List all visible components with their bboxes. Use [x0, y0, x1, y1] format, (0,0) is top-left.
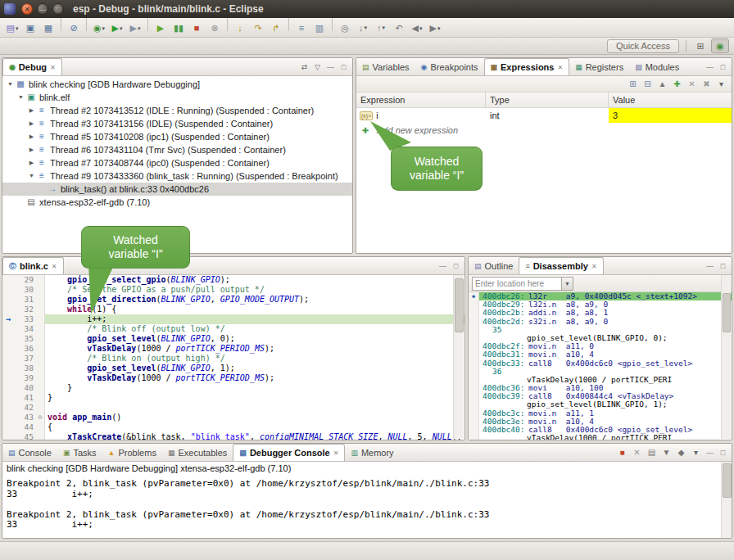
clear-console-icon[interactable]: ▤ — [645, 446, 659, 459]
tree-expander-icon[interactable]: ▶ — [27, 130, 36, 143]
code-line[interactable]: 45 xTaskCreate(&blink_task, "blink_task"… — [2, 432, 464, 440]
tree-expander-icon[interactable]: ▼ — [6, 78, 15, 91]
disassembly-row[interactable]: 400dbc39:call8 0x400844c4 <vTaskDelay> — [469, 392, 732, 400]
tree-expander-icon[interactable]: ▶ — [27, 104, 36, 117]
show-type-names-icon[interactable]: ⊞ — [626, 78, 640, 91]
disassembly-scrollbar[interactable] — [721, 275, 731, 439]
tab-modules[interactable]: ▧Modules — [629, 58, 685, 75]
code-line[interactable]: 34 /* Blink off (output low) */ — [2, 324, 464, 334]
pin-console-icon[interactable]: ◆ — [674, 446, 688, 459]
disassembly-row[interactable]: 400dbc29:l32i.n a8, a9, 0 — [469, 300, 732, 309]
code-line[interactable]: 36 vTaskDelay(1000 / portTICK_PERIOD_MS)… — [2, 344, 464, 354]
suspend-button[interactable]: ▮▮ — [170, 20, 187, 37]
disassembly-row[interactable]: 400dbc31:movi.n a10, 4 — [469, 350, 732, 359]
code-line[interactable]: 41} — [2, 393, 464, 403]
forward-button[interactable]: ▶▾ — [427, 20, 443, 37]
console-output[interactable]: blink checking [GDB Hardware Debugging] … — [2, 462, 732, 538]
disassembly-row[interactable]: 36 — [469, 368, 732, 376]
tree-expander-icon[interactable]: ▼ — [27, 169, 36, 183]
step-return-button[interactable]: ↱ — [268, 20, 284, 37]
tab-problems[interactable]: ▲Problems — [102, 444, 162, 461]
disassembly-row[interactable]: 35 — [469, 326, 732, 334]
maximize-view-icon[interactable]: □ — [717, 260, 729, 272]
editor-marker-ruler[interactable] — [2, 354, 14, 364]
last-edit-location-button[interactable]: ↶ — [391, 20, 407, 37]
code-line[interactable]: 38 gpio_set_level(BLINK_GPIO, 1); — [2, 364, 464, 373]
expression-row[interactable]: (x)=iint3 — [356, 108, 732, 123]
tree-expander-icon[interactable]: ▶ — [27, 143, 36, 156]
debug-tree-item[interactable]: ▶≡Thread #7 1073408744 (ipc0) (Suspended… — [2, 156, 352, 169]
view-menu-icon[interactable]: ▾ — [714, 78, 728, 91]
scrollbar-thumb[interactable] — [723, 463, 732, 498]
disassembly-row[interactable]: gpio_set_level(BLINK_GPIO, 1); — [469, 400, 732, 409]
tab-variables[interactable]: ▤Variables — [356, 58, 415, 75]
disassembly-row[interactable]: vTaskDelay(1000 / portTICK_PERI — [469, 434, 732, 440]
terminate-button[interactable]: ■ — [188, 20, 205, 36]
tab-tasks[interactable]: ▣Tasks — [57, 444, 102, 461]
code-line[interactable]: 43⊖void app_main() — [2, 413, 464, 422]
disassembly-row[interactable]: 400dbc2d:s32i.n a8, a9, 0 — [469, 318, 732, 326]
code-line[interactable]: 31 gpio_set_direction(BLINK_GPIO, GPIO_M… — [2, 295, 464, 305]
search-button[interactable]: ◎ — [337, 20, 353, 37]
fold-collapse-icon[interactable]: ⊖ — [36, 413, 45, 422]
tab-outline[interactable]: ▤Outline — [469, 257, 519, 274]
debug-tree-item[interactable]: ▶≡Thread #6 1073431104 (Tmr Svc) (Suspen… — [2, 143, 352, 156]
tab-console[interactable]: ▤Console — [2, 444, 57, 461]
step-into-button[interactable]: ↓ — [232, 20, 248, 36]
console-scrollbar[interactable] — [721, 462, 732, 538]
remove-all-expressions-icon[interactable]: ✖ — [700, 78, 714, 91]
link-with-editor-icon[interactable]: ⇄ — [298, 61, 310, 73]
external-tools-button[interactable]: ▶▾ — [127, 20, 143, 37]
memory-button[interactable]: ▥ — [311, 20, 328, 37]
disassembly-row[interactable]: 400dbc40:call8 0x400dc6c0 <gpio_set_leve… — [469, 426, 732, 434]
minimize-view-icon[interactable]: — — [704, 260, 716, 272]
editor-marker-ruler[interactable] — [2, 432, 14, 440]
tab-blink-c[interactable]: ⓒ blink.c ✕ — [2, 257, 64, 274]
editor-marker-ruler[interactable] — [2, 373, 14, 383]
remove-launch-icon[interactable]: ✕ — [630, 446, 644, 459]
code-line[interactable]: 30 /* Set the GPIO as a push/pull output… — [2, 285, 464, 295]
code-line[interactable]: 35 gpio_set_level(BLINK_GPIO, 0); — [2, 334, 464, 344]
debug-tree-item[interactable]: ▶≡Thread #5 1073410208 (ipc1) (Suspended… — [2, 130, 352, 143]
add-expression-icon[interactable]: ✚ — [670, 78, 684, 91]
maximize-view-icon[interactable]: □ — [717, 446, 729, 458]
editor-marker-ruler[interactable] — [2, 422, 14, 432]
tab-debugger-console[interactable]: ▤Debugger Console✕ — [233, 444, 345, 461]
scroll-lock-icon[interactable]: ▼ — [659, 446, 673, 459]
previous-annotation-button[interactable]: ↑▾ — [373, 20, 389, 36]
editor-scrollbar[interactable] — [453, 275, 464, 439]
disassembly-row[interactable]: 400dbc33:call8 0x400dc6c0 <gpio_set_leve… — [469, 359, 732, 368]
minimize-view-icon[interactable]: — — [704, 61, 716, 73]
code-line[interactable]: 42 — [2, 403, 464, 413]
step-over-button[interactable]: ↷ — [250, 20, 266, 37]
new-button[interactable]: ▤▾ — [4, 20, 20, 37]
editor-marker-ruler[interactable] — [2, 305, 14, 314]
view-menu-icon[interactable]: ▽ — [311, 61, 324, 73]
console-view-menu-icon[interactable]: ▾ — [689, 446, 703, 459]
minimize-view-icon[interactable]: — — [437, 260, 449, 272]
editor-marker-ruler[interactable] — [2, 275, 14, 285]
disassembly-row[interactable]: 400dbc2f:movi.n a11, 0 — [469, 342, 732, 350]
window-minimize-button[interactable]: — — [37, 3, 48, 15]
window-maximize-button[interactable]: □ — [52, 3, 64, 15]
disassembly-row[interactable]: gpio_set_level(BLINK_GPIO, 0); — [469, 334, 732, 342]
remove-expression-icon[interactable]: ✕ — [685, 78, 699, 91]
debug-tree-item[interactable]: ▼▣blink.elf — [2, 91, 352, 104]
tree-expander-icon[interactable]: ▶ — [27, 117, 36, 130]
maximize-view-icon[interactable]: □ — [338, 61, 350, 73]
disassembly-row[interactable]: ◆400dbc26:l32r a9, 0x400d045c <_stext+10… — [469, 292, 732, 300]
next-annotation-button[interactable]: ↓▾ — [355, 20, 371, 36]
save-button[interactable]: ▣ — [22, 20, 39, 37]
debug-tree-item[interactable]: ▶≡Thread #2 1073413512 (IDLE : Running) … — [2, 104, 352, 117]
code-line[interactable]: 32 while(1) { — [2, 305, 464, 314]
disassembly-row[interactable]: 400dbc3e:movi.n a10, 4 — [469, 418, 732, 426]
tab-expressions[interactable]: ▣Expressions✕ — [484, 58, 570, 75]
disassembly-row[interactable]: 400dbc2b:addi.n a8, a8, 1 — [469, 309, 732, 317]
close-tab-icon[interactable]: ✕ — [52, 263, 57, 270]
editor-marker-ruler[interactable] — [2, 413, 14, 422]
tab-executables[interactable]: ▦Executables — [162, 444, 233, 461]
code-line[interactable]: 29 gpio_pad_select_gpio(BLINK_GPIO); — [2, 275, 464, 285]
scrollbar-thumb[interactable] — [455, 278, 464, 332]
instruction-stepping-button[interactable]: ≡ — [293, 20, 310, 36]
tab-memory[interactable]: ▥Memory — [345, 444, 399, 461]
